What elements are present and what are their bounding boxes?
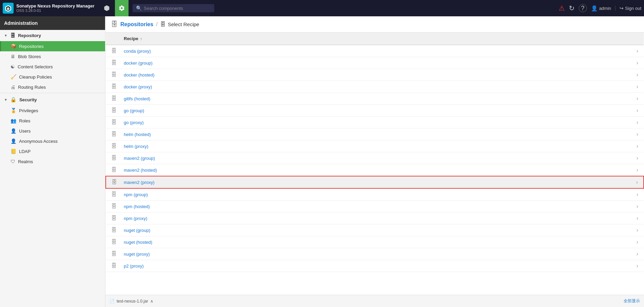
- refresh-button[interactable]: ↻: [569, 4, 575, 12]
- browse-nav-button[interactable]: [100, 0, 114, 16]
- help-button[interactable]: ?: [579, 4, 587, 12]
- table-row[interactable]: 🗄go (group)›: [106, 105, 644, 117]
- table-row[interactable]: 🗄npm (proxy)›: [106, 212, 644, 224]
- row-name: docker (proxy): [118, 81, 631, 93]
- table-row[interactable]: 🗄gitlfs (hosted)›: [106, 93, 644, 105]
- bottom-bar: 📄 test-nexus-1.0.jar ∧ 全部显示: [105, 295, 644, 307]
- row-name: maven2 (proxy): [118, 176, 631, 188]
- table-row[interactable]: 🗄nuget (hosted)›: [106, 236, 644, 248]
- sidebar-item-users-label: Users: [19, 129, 31, 134]
- app-title-sub: OSS 3.28.0-01: [16, 8, 95, 13]
- row-arrow: ›: [631, 176, 644, 188]
- breadcrumb-main-link[interactable]: Repositories: [120, 21, 153, 28]
- table-row[interactable]: 🗄npm (group)›: [106, 188, 644, 201]
- bottom-bar-file[interactable]: 📄 test-nexus-1.0.jar ∧: [109, 299, 153, 304]
- app-logo: Sonatype Nexus Repository Manager OSS 3.…: [3, 3, 95, 14]
- row-icon: 🗄: [106, 164, 118, 176]
- anonymous-access-icon: 👤: [11, 138, 16, 144]
- sidebar-section-repository[interactable]: ▼ 🗄 Repository: [0, 30, 105, 41]
- sidebar-item-roles[interactable]: 👥 Roles: [0, 116, 105, 126]
- breadcrumb-current: 🗄 Select Recipe: [160, 21, 199, 28]
- sidebar-item-blob-stores[interactable]: 🖥 Blob Stores: [0, 51, 105, 62]
- row-arrow: ›: [631, 45, 644, 57]
- logo-icon: [3, 3, 14, 14]
- row-icon: 🗄: [106, 176, 118, 188]
- row-name: go (group): [118, 105, 631, 117]
- user-icon: 👤: [591, 5, 598, 12]
- sidebar-item-realms-label: Realms: [18, 159, 33, 164]
- table-row[interactable]: 🗄helm (proxy)›: [106, 140, 644, 152]
- chevron-icon: ∧: [150, 299, 153, 304]
- row-icon: 🗄: [106, 140, 118, 152]
- table-row[interactable]: 🗄docker (group)›: [106, 57, 644, 69]
- table-row[interactable]: 🗄p2 (proxy)›: [106, 260, 644, 272]
- table-row[interactable]: 🗄go (proxy)›: [106, 117, 644, 129]
- row-arrow: ›: [631, 236, 644, 248]
- row-icon: 🗄: [106, 188, 118, 201]
- row-arrow: ›: [631, 152, 644, 164]
- users-icon: 👤: [11, 128, 16, 134]
- table-row[interactable]: 🗄maven2 (proxy)›: [106, 176, 644, 188]
- row-name: nuget (group): [118, 224, 631, 236]
- alert-button[interactable]: ⚠: [559, 4, 565, 12]
- search-input[interactable]: [144, 6, 211, 11]
- table-row[interactable]: 🗄nuget (proxy)›: [106, 248, 644, 260]
- signout-area[interactable]: ↪ Sign out: [615, 5, 641, 11]
- blob-stores-icon: 🖥: [11, 54, 15, 59]
- col-recipe-header[interactable]: Recipe ↑: [118, 33, 631, 45]
- row-arrow: ›: [631, 164, 644, 176]
- row-name: go (proxy): [118, 117, 631, 129]
- row-icon: 🗄: [106, 105, 118, 117]
- row-arrow: ›: [631, 105, 644, 117]
- security-section-icon: 🔒: [10, 97, 17, 103]
- table-row[interactable]: 🗄helm (hosted)›: [106, 129, 644, 140]
- row-icon: 🗄: [106, 260, 118, 272]
- main-layout: Administration ▼ 🗄 Repository 📦 Reposito…: [0, 16, 644, 307]
- username-label: admin: [599, 6, 611, 11]
- table-row[interactable]: 🗄npm (hosted)›: [106, 201, 644, 212]
- row-arrow: ›: [631, 93, 644, 105]
- sidebar-section-security[interactable]: ▼ 🔒 Security: [0, 94, 105, 105]
- cleanup-policies-icon: 🧹: [11, 74, 16, 80]
- sidebar-item-users[interactable]: 👤 Users: [0, 126, 105, 136]
- table-row[interactable]: 🗄nuget (group)›: [106, 224, 644, 236]
- row-name: npm (proxy): [118, 212, 631, 224]
- row-arrow: ›: [631, 81, 644, 93]
- sidebar-item-content-selectors[interactable]: ☯ Content Selectors: [0, 62, 105, 72]
- sidebar-divider-1: [0, 93, 105, 93]
- table-row[interactable]: 🗄maven2 (group)›: [106, 152, 644, 164]
- sidebar-item-privileges[interactable]: 🏅 Privileges: [0, 105, 105, 116]
- routing-rules-icon: 🖨: [11, 84, 15, 90]
- sidebar-item-ldap-label: LDAP: [19, 149, 31, 154]
- sidebar-item-repositories[interactable]: 📦 Repositories: [0, 41, 105, 51]
- table-row[interactable]: 🗄conda (proxy)›: [106, 45, 644, 57]
- row-name: nuget (proxy): [118, 248, 631, 260]
- security-section-label: Security: [19, 97, 37, 102]
- row-icon: 🗄: [106, 57, 118, 69]
- admin-nav-button[interactable]: [115, 0, 129, 16]
- row-arrow: ›: [631, 201, 644, 212]
- signout-icon: ↪: [620, 5, 624, 11]
- sidebar-item-realms[interactable]: 🛡 Realms: [0, 156, 105, 167]
- row-icon: 🗄: [106, 117, 118, 129]
- table-row[interactable]: 🗄docker (hosted)›: [106, 69, 644, 81]
- sidebar-item-anonymous-access[interactable]: 👤 Anonymous Access: [0, 136, 105, 146]
- table-row[interactable]: 🗄docker (proxy)›: [106, 81, 644, 93]
- breadcrumb-sub-icon: 🗄: [160, 21, 166, 28]
- breadcrumb-main-icon: 🗄: [111, 20, 118, 28]
- row-name: conda (proxy): [118, 45, 631, 57]
- row-arrow: ›: [631, 260, 644, 272]
- row-name: docker (hosted): [118, 69, 631, 81]
- row-icon: 🗄: [106, 212, 118, 224]
- sidebar-item-cleanup-policies[interactable]: 🧹 Cleanup Policies: [0, 72, 105, 82]
- roles-icon: 👥: [11, 118, 16, 123]
- search-bar[interactable]: 🔍: [133, 4, 214, 12]
- show-all-button[interactable]: 全部显示: [624, 298, 640, 304]
- row-arrow: ›: [631, 248, 644, 260]
- table-row[interactable]: 🗄maven2 (hosted)›: [106, 164, 644, 176]
- user-menu[interactable]: 👤 admin: [591, 5, 611, 12]
- row-icon: 🗄: [106, 129, 118, 140]
- sidebar-item-ldap[interactable]: 📒 LDAP: [0, 146, 105, 156]
- sidebar-item-blob-stores-label: Blob Stores: [18, 54, 41, 59]
- sidebar-item-routing-rules[interactable]: 🖨 Routing Rules: [0, 82, 105, 92]
